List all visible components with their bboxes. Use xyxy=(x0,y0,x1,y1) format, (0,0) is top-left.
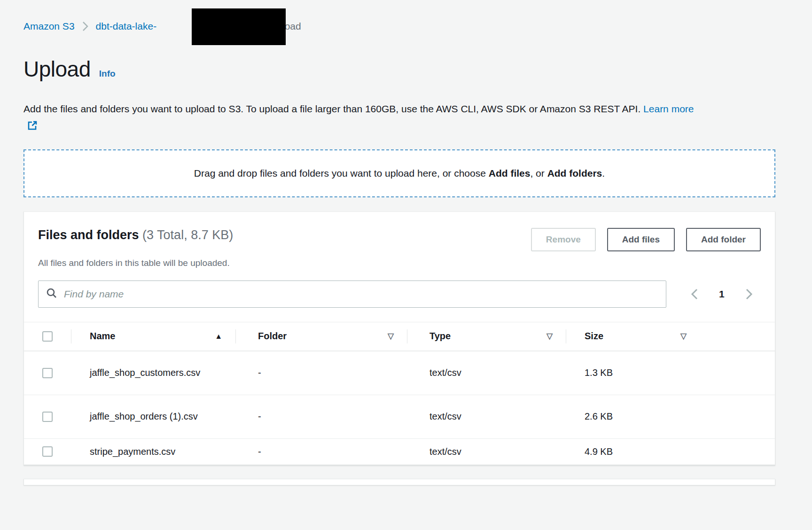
files-and-folders-panel: Files and folders (3 Total, 8.7 KB) Remo… xyxy=(23,211,775,466)
select-all-checkbox[interactable] xyxy=(42,331,53,342)
info-link[interactable]: Info xyxy=(99,69,116,79)
table-row: jaffle_shop_orders (1).csv - text/csv 2.… xyxy=(24,395,775,438)
file-type: text/csv xyxy=(407,351,566,395)
row-checkbox[interactable] xyxy=(42,368,53,378)
sort-down-icon[interactable]: ▽ xyxy=(547,331,553,341)
column-header-folder[interactable]: Folder ▽ xyxy=(235,322,407,351)
learn-more-link[interactable]: Learn more xyxy=(643,103,694,114)
column-divider xyxy=(566,329,566,343)
dropzone-add-files-label: Add files xyxy=(489,168,531,179)
column-divider xyxy=(235,329,236,343)
breadcrumb-bucket[interactable]: dbt-data-lake- xyxy=(96,21,157,32)
pagination: 1 xyxy=(689,286,755,302)
file-name: stripe_payments.csv xyxy=(90,443,175,460)
chevron-right-icon xyxy=(82,21,88,31)
row-checkbox[interactable] xyxy=(42,446,53,457)
redaction-box xyxy=(192,8,286,45)
breadcrumb-amazon-s3[interactable]: Amazon S3 xyxy=(23,21,75,32)
column-divider xyxy=(71,329,71,343)
search-input[interactable] xyxy=(64,288,658,300)
files-table: Name ▲ Folder ▽ Type ▽ Size ▽ xyxy=(24,322,775,465)
description-text: Add the files and folders you want to up… xyxy=(23,103,640,114)
column-header-type[interactable]: Type ▽ xyxy=(407,322,566,351)
current-page-number[interactable]: 1 xyxy=(719,288,725,300)
file-size: 2.6 KB xyxy=(566,395,775,438)
title-row: Upload Info xyxy=(23,56,775,82)
breadcrumb: Amazon S3 dbt-data-lake- Upload xyxy=(23,0,775,32)
external-link-icon[interactable] xyxy=(27,119,38,136)
sort-down-icon[interactable]: ▽ xyxy=(680,331,687,341)
next-page-button[interactable] xyxy=(743,286,755,302)
file-folder: - xyxy=(235,439,407,465)
table-row: jaffle_shop_customers.csv - text/csv 1.3… xyxy=(24,351,775,395)
remove-button[interactable]: Remove xyxy=(531,228,596,251)
column-divider xyxy=(407,329,407,343)
file-name: jaffle_shop_orders (1).csv xyxy=(90,408,198,425)
panel-count: (3 Total, 8.7 KB) xyxy=(142,228,233,242)
file-type: text/csv xyxy=(407,439,566,465)
dropzone-add-folders-label: Add folders xyxy=(547,168,602,179)
add-files-button[interactable]: Add files xyxy=(607,228,675,251)
next-panel-edge xyxy=(23,479,775,485)
table-header-row: Name ▲ Folder ▽ Type ▽ Size ▽ xyxy=(24,322,775,351)
sort-ascending-icon[interactable]: ▲ xyxy=(215,332,222,341)
column-header-size[interactable]: Size ▽ xyxy=(566,322,775,351)
file-name: jaffle_shop_customers.csv xyxy=(90,364,200,382)
previous-page-button[interactable] xyxy=(689,286,700,302)
drag-drop-zone[interactable]: Drag and drop files and folders you want… xyxy=(23,149,775,197)
row-checkbox[interactable] xyxy=(42,412,53,422)
search-box xyxy=(38,281,666,308)
page-description: Add the files and folders you want to up… xyxy=(23,101,705,136)
panel-actions: Remove Add files Add folder xyxy=(531,228,761,251)
file-type: text/csv xyxy=(407,395,566,438)
sort-down-icon[interactable]: ▽ xyxy=(388,331,394,341)
file-size: 1.3 KB xyxy=(566,351,775,395)
file-size: 4.9 KB xyxy=(566,439,775,465)
main-content: Amazon S3 dbt-data-lake- Upload Upload I… xyxy=(0,0,799,485)
search-icon xyxy=(46,288,57,301)
table-row: stripe_payments.csv - text/csv 4.9 KB xyxy=(24,438,775,465)
file-folder: - xyxy=(235,351,407,395)
dropzone-text: Drag and drop files and folders you want… xyxy=(194,168,605,179)
panel-subtitle: All files and folders in this table will… xyxy=(24,258,775,268)
add-folder-button[interactable]: Add folder xyxy=(686,228,761,251)
page-title: Upload xyxy=(23,56,91,82)
column-header-name[interactable]: Name ▲ xyxy=(71,322,235,351)
panel-title: Files and folders (3 Total, 8.7 KB) xyxy=(38,228,233,242)
file-folder: - xyxy=(235,395,407,438)
